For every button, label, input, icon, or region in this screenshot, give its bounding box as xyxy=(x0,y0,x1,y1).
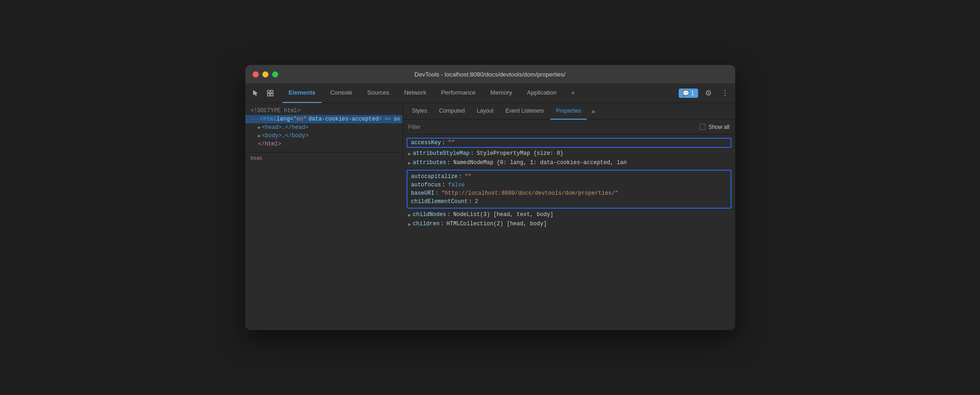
children-row[interactable]: ▶ children : HTMLCollection(2) [head, bo… xyxy=(403,220,735,229)
toolbar-right: 💬 1 ⚙ ⋮ xyxy=(679,87,732,100)
autocapitalize-label: autocapitalize xyxy=(411,173,458,180)
base-uri-label: baseURI xyxy=(411,190,434,197)
toolbar-icons xyxy=(249,87,277,100)
dom-head-line[interactable]: ▶ <head> … </head> xyxy=(245,123,402,132)
tab-elements[interactable]: Elements xyxy=(282,83,322,103)
expand-icon[interactable]: ▶ xyxy=(408,212,411,218)
child-nodes-label: childNodes xyxy=(413,211,446,218)
expand-icon[interactable]: ▶ xyxy=(408,160,411,166)
autofocus-value: false xyxy=(448,182,465,188)
cursor-icon[interactable] xyxy=(249,87,262,100)
feedback-badge[interactable]: 💬 1 xyxy=(679,89,698,98)
dom-doctype-line: <!DOCTYPE html> xyxy=(245,107,402,115)
tab-properties[interactable]: Properties xyxy=(550,103,587,120)
tab-performance[interactable]: Performance xyxy=(434,83,482,103)
devtools-window: DevTools - localhost:8080/docs/devtools/… xyxy=(245,65,735,330)
close-button[interactable] xyxy=(253,71,259,77)
settings-button[interactable]: ⚙ xyxy=(702,87,715,100)
tab-event-listeners[interactable]: Event Listeners xyxy=(500,103,550,120)
tab-console[interactable]: Console xyxy=(324,83,359,103)
child-nodes-value: NodeList(3) [head, text, body] xyxy=(453,211,554,218)
dom-html-close-line: </html> xyxy=(245,140,402,148)
child-element-count-label: childElementCount xyxy=(411,198,468,205)
tab-computed[interactable]: Computed xyxy=(433,103,470,120)
show-all-area: Show all xyxy=(700,124,729,130)
tab-layout[interactable]: Layout xyxy=(471,103,499,120)
gear-icon: ⚙ xyxy=(705,89,712,97)
sub-tabs-more[interactable]: » xyxy=(588,108,599,115)
filter-label: Filter xyxy=(408,124,696,130)
left-column: <!DOCTYPE html> ··· <html lang="en" data… xyxy=(245,103,403,330)
autofocus-row[interactable]: autofocus : false xyxy=(411,181,727,189)
tab-memory[interactable]: Memory xyxy=(484,83,519,103)
sub-tabs: Styles Computed Layout Event Listeners P… xyxy=(403,103,735,120)
breadcrumb: html xyxy=(245,152,403,164)
svg-rect-0 xyxy=(267,90,270,93)
access-key-row[interactable]: accessKey : "" xyxy=(407,138,732,148)
maximize-button[interactable] xyxy=(272,71,278,77)
titlebar: DevTools - localhost:8080/docs/devtools/… xyxy=(245,65,735,83)
properties-list: accessKey : "" ▶ attributeStyleMap : Sty… xyxy=(403,134,735,330)
child-element-count-row[interactable]: childElementCount : 2 xyxy=(411,198,727,206)
autocapitalize-value: "" xyxy=(465,173,471,180)
attributes-value: NamedNodeMap {0: lang, 1: data-cookies-a… xyxy=(453,159,627,166)
attributes-row[interactable]: ▶ attributes : NamedNodeMap {0: lang, 1:… xyxy=(403,159,735,168)
svg-rect-2 xyxy=(267,94,270,96)
attributes-label: attributes xyxy=(413,159,446,166)
window-title: DevTools - localhost:8080/docs/devtools/… xyxy=(414,71,566,78)
tab-network[interactable]: Network xyxy=(398,83,433,103)
svg-rect-1 xyxy=(271,90,273,93)
attribute-style-map-label: attributeStyleMap xyxy=(413,150,470,157)
tab-application[interactable]: Application xyxy=(521,83,563,103)
tab-more[interactable]: » xyxy=(565,83,581,103)
expand-icon[interactable]: ▶ xyxy=(408,222,411,227)
more-icon: ⋮ xyxy=(721,89,729,97)
expand-icon[interactable]: ▶ xyxy=(258,133,261,139)
base-uri-value: "http://localhost:8080/docs/devtools/dom… xyxy=(441,190,618,197)
access-key-label: accessKey xyxy=(411,140,441,146)
minimize-button[interactable] xyxy=(262,71,268,77)
svg-rect-3 xyxy=(271,94,273,96)
dom-body-line[interactable]: ▶ <body> … </body> xyxy=(245,132,402,140)
children-value: HTMLCollection(2) [head, body] xyxy=(446,221,547,227)
dom-html-line[interactable]: ··· <html lang="en" data-cookies-accepte… xyxy=(245,115,402,123)
inspect-icon[interactable] xyxy=(264,87,277,100)
chat-icon: 💬 xyxy=(682,90,689,96)
main-content: <!DOCTYPE html> ··· <html lang="en" data… xyxy=(245,103,735,330)
child-element-count-value: 2 xyxy=(475,198,478,205)
expand-icon[interactable]: ▶ xyxy=(258,125,261,130)
attribute-style-map-value: StylePropertyMap {size: 0} xyxy=(477,150,563,157)
traffic-lights xyxy=(253,71,278,77)
access-key-value: "" xyxy=(448,140,455,146)
attribute-style-map-row[interactable]: ▶ attributeStyleMap : StylePropertyMap {… xyxy=(403,149,735,159)
expand-icon[interactable]: ▶ xyxy=(408,151,411,157)
filter-bar: Filter Show all xyxy=(403,120,735,134)
show-all-checkbox[interactable] xyxy=(700,124,706,130)
autocapitalize-row[interactable]: autocapitalize : "" xyxy=(411,172,727,181)
tab-styles[interactable]: Styles xyxy=(407,103,433,120)
child-nodes-row[interactable]: ▶ childNodes : NodeList(3) [head, text, … xyxy=(403,210,735,220)
properties-group-box: autocapitalize : "" autofocus : false ba… xyxy=(407,170,732,209)
tab-sources[interactable]: Sources xyxy=(361,83,396,103)
properties-panel: Styles Computed Layout Event Listeners P… xyxy=(403,103,735,330)
autofocus-label: autofocus xyxy=(411,182,441,188)
more-options-button[interactable]: ⋮ xyxy=(719,87,732,100)
base-uri-row[interactable]: baseURI : "http://localhost:8080/docs/de… xyxy=(411,189,727,198)
show-all-label: Show all xyxy=(708,124,729,130)
dom-tree: <!DOCTYPE html> ··· <html lang="en" data… xyxy=(245,103,403,152)
children-label: children xyxy=(413,221,440,227)
main-toolbar: Elements Console Sources Network Perform… xyxy=(245,83,735,103)
html-ellipsis: ··· xyxy=(251,117,259,122)
